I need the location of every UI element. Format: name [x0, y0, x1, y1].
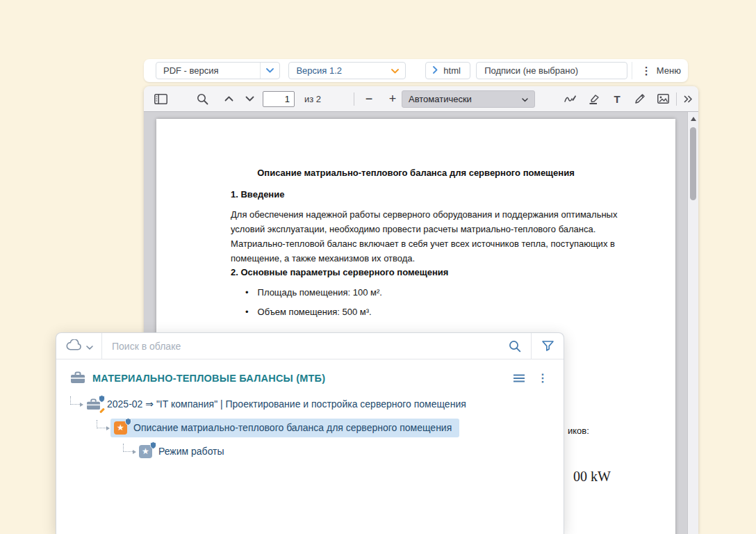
bullet-icon: [245, 287, 258, 298]
chevron-down-icon: [86, 340, 93, 353]
version-dropdown-value: Версия 1.2: [296, 65, 342, 76]
zoom-level-value: Автоматически: [409, 94, 472, 104]
mode-star-icon: ★: [139, 445, 152, 458]
list-item: Площадь помещения: 100 м².: [245, 287, 382, 298]
cloud-search-panel: МАТЕРИАЛЬНО-ТЕПЛОВЫЕ БАЛАНСЫ (МТБ) ⋮ 202…: [56, 332, 564, 534]
tree-connector-icon: [123, 444, 133, 452]
scroll-up-arrow-icon[interactable]: [691, 117, 696, 121]
list-view-icon[interactable]: [513, 374, 525, 382]
list-item-text: Объем помещения: 500 м³.: [258, 307, 372, 317]
cloud-search-bar: [56, 333, 564, 359]
tree-item-project[interactable]: 2025-02 ⇒ "IT компания" | Проектирование…: [56, 394, 564, 414]
tree-header[interactable]: МАТЕРИАЛЬНО-ТЕПЛОВЫЕ БАЛАНСЫ (МТБ) ⋮: [56, 368, 564, 389]
cloud-tree: МАТЕРИАЛЬНО-ТЕПЛОВЫЕ БАЛАНСЫ (МТБ) ⋮ 202…: [56, 359, 564, 461]
minus-icon: −: [365, 92, 373, 105]
vertical-scrollbar[interactable]: [687, 112, 698, 534]
tree-header-label: МАТЕРИАЛЬНО-ТЕПЛОВЫЕ БАЛАНСЫ (МТБ): [92, 373, 513, 384]
partially-hidden-text: иков:: [568, 426, 589, 436]
partially-hidden-formula: 00 kW: [573, 469, 611, 485]
star-glyph: ★: [117, 423, 124, 432]
html-view-button[interactable]: html: [425, 62, 470, 79]
filter-button[interactable]: [532, 333, 564, 359]
html-view-label: html: [443, 65, 461, 76]
chevron-down-icon: [260, 63, 279, 79]
chevron-down-icon: [522, 94, 528, 104]
chevron-right-icon: [433, 65, 438, 76]
zoom-out-button[interactable]: −: [359, 89, 379, 108]
document-controls-strip: PDF - версия Версия 1.2 html Подписи (не…: [144, 59, 688, 82]
cloud-icon: [66, 339, 82, 353]
zoom-in-button[interactable]: +: [383, 89, 402, 108]
tree-item-mode[interactable]: ★ Режим работы: [56, 442, 564, 461]
project-briefcase-icon: [86, 398, 101, 410]
selected-item-highlight[interactable]: ★ Описание матриально-теплового баланса …: [110, 419, 459, 437]
text-tool-button[interactable]: T: [607, 89, 627, 108]
more-tools-button[interactable]: [680, 89, 696, 108]
pdf-version-dropdown[interactable]: PDF - версия: [156, 62, 280, 79]
pdf-version-dropdown-value: PDF - версия: [163, 65, 219, 76]
page-count-label: из 2: [304, 94, 321, 104]
plus-icon: +: [389, 92, 397, 105]
signature-tool-button[interactable]: [561, 89, 580, 108]
intro-paragraph: Для обеспечения надежной работы серверно…: [231, 207, 623, 266]
bullet-icon: [245, 307, 258, 317]
text-tool-icon: T: [614, 94, 620, 104]
tree-item-document-selected[interactable]: ★ Описание матриально-теплового баланса …: [56, 418, 564, 437]
scrollbar-thumb[interactable]: [690, 127, 696, 200]
zoom-level-select[interactable]: Автоматически: [402, 90, 535, 108]
menu-label: Меню: [657, 65, 681, 76]
list-item-text: Площадь помещения: 100 м².: [258, 287, 382, 298]
toolbar-divider: [676, 92, 677, 106]
menu-button[interactable]: ⋮ Меню: [632, 62, 688, 79]
search-button[interactable]: [499, 333, 531, 359]
previous-page-button[interactable]: [219, 89, 238, 108]
page-number-input[interactable]: [263, 91, 295, 107]
document-title: Описание матриально-теплового баланса дл…: [156, 168, 675, 178]
tree-item-label: Режим работы: [158, 446, 224, 457]
draw-tool-button[interactable]: [630, 89, 650, 108]
shield-badge-icon: [99, 395, 105, 403]
document-star-icon: ★: [114, 421, 127, 435]
section-heading-1: 1. Введение: [231, 189, 284, 200]
version-dropdown[interactable]: Версия 1.2: [288, 62, 406, 79]
tree-item-label: 2025-02 ⇒ "IT компания" | Проектирование…: [107, 398, 466, 410]
pdf-toolbar: из 2 − + Автоматически T: [144, 86, 698, 112]
signatures-label: Подписи (не выбрано): [484, 65, 578, 76]
kebab-icon: ⋮: [641, 65, 652, 76]
section-heading-2: 2. Основные параметры серверного помещен…: [231, 267, 448, 277]
shield-badge-icon: [125, 418, 131, 426]
highlight-tool-button[interactable]: [584, 89, 604, 108]
sidebar-toggle-button[interactable]: [151, 89, 170, 108]
tree-menu-icon[interactable]: ⋮: [537, 373, 548, 384]
tree-item-label: Описание матриально-теплового баланса дл…: [133, 422, 452, 433]
shield-badge-icon: [150, 442, 156, 449]
next-page-button[interactable]: [240, 89, 259, 108]
find-button[interactable]: [192, 89, 212, 108]
star-glyph: ★: [142, 447, 149, 455]
list-item: Объем помещения: 500 м³.: [245, 307, 372, 317]
cloud-source-dropdown[interactable]: [56, 333, 101, 359]
toolbar-divider: [354, 92, 354, 106]
tree-connector-icon: [97, 420, 106, 428]
chevron-down-icon: [391, 65, 399, 76]
image-tool-button[interactable]: [653, 89, 673, 108]
tree-connector-icon: [70, 396, 80, 405]
cloud-search-input[interactable]: [102, 333, 499, 359]
toolbox-icon: [70, 371, 85, 386]
signatures-button[interactable]: Подписи (не выбрано): [476, 62, 627, 79]
